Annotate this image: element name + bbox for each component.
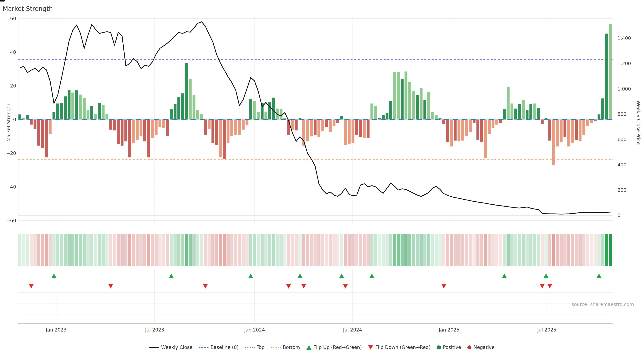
strength-bar [204,119,207,135]
heat-cell [563,234,566,266]
heat-cell [177,234,180,266]
heat-cell [450,234,453,266]
strength-bar [242,119,245,130]
legend-label: Negative [474,345,494,350]
heat-cell [257,234,260,266]
strength-bar [446,119,449,142]
strength-bar [280,109,282,119]
strength-bar [321,119,324,131]
tick-label: Jul 2023 [145,327,164,333]
legend-item: Positive [437,345,461,350]
strength-bar [507,87,510,119]
heat-cell [601,234,604,266]
tick-label: 600 [618,137,626,142]
strength-bar [605,33,608,119]
tick-label: 1,400 [618,35,631,41]
strength-bar [514,109,517,119]
heat-cell [314,234,317,266]
heat-cell [124,234,128,266]
heat-cell [575,234,578,266]
heat-cell [510,234,514,266]
heat-cell [594,234,597,266]
strength-bar [192,95,196,119]
strength-bar [435,115,438,119]
heat-cell [230,234,234,266]
gridlines [18,17,613,324]
heat-cell [567,234,570,266]
heat-cell [215,234,218,266]
flip-down-icon [540,284,545,289]
heat-cell [219,234,222,266]
strength-bar [318,119,320,137]
strength-bar [329,119,332,132]
strength-bar [52,112,55,119]
heat-cell [90,234,94,266]
strength-bar [38,119,40,146]
heat-cell [518,234,521,266]
strength-bar [200,114,203,119]
heat-cell [18,234,22,266]
heat-cell [480,234,483,266]
strength-bar [49,119,52,134]
strength-bar [238,119,241,135]
strength-bar [458,119,460,141]
heat-cell [268,234,271,266]
strength-bar [226,119,230,143]
heat-cell [351,234,354,266]
strength-bar [567,119,570,146]
heat-cell [586,234,589,266]
legend-swatch-line-icon [150,347,159,348]
heat-cell [401,234,404,266]
strength-bar [488,119,491,134]
flip-up-icon [52,274,56,278]
strength-bar [113,119,116,130]
heat-cell [340,234,343,266]
strength-bar [590,119,593,123]
strength-bar [41,119,44,148]
tick-label: 0 [13,117,16,122]
strength-bar [526,110,528,119]
heat-cell [49,234,52,266]
strength-bar [416,95,419,119]
strength-bar [109,119,112,130]
strength-bar [166,119,169,136]
legend-swatch-dash-icon [199,347,208,348]
flip-down-icon [108,284,113,289]
strength-bar [499,119,502,123]
strength-bar [144,119,146,141]
market-strength-chart: 6040200−20−40−601,4001,2001,000800600400… [0,0,644,362]
strength-bar [420,88,422,119]
strength-bar [401,79,404,119]
strength-bar [72,92,74,119]
strength-bar [552,119,555,165]
heat-cell [514,234,518,266]
tick-label: 400 [618,162,626,168]
strength-bar [442,119,445,124]
heat-cell [52,234,56,266]
heat-cell [408,234,412,266]
strength-bar [412,91,415,119]
legend-swatch-dot-orange-icon [271,347,281,348]
heat-cell [571,234,574,266]
heat-cell [151,234,154,266]
strength-bar [476,119,479,140]
strength-bar [18,114,21,119]
strength-bar [363,119,366,138]
strength-bar [68,90,70,119]
heat-cell [529,234,532,266]
strength-bar [136,119,139,140]
tick-label: −60 [6,218,16,223]
heat-cell [71,234,74,266]
strength-bar [378,118,381,119]
strength-bar [336,119,339,123]
heat-cell [609,234,612,266]
heat-cell [393,234,396,266]
strength-bar [393,72,396,119]
strength-bar [45,119,48,157]
heat-cell [298,234,302,266]
heat-cell [457,234,460,266]
strength-bar [212,119,214,143]
legend-label: Baseline (0) [210,345,238,350]
strength-bar [264,112,267,119]
heat-cell [238,234,241,266]
